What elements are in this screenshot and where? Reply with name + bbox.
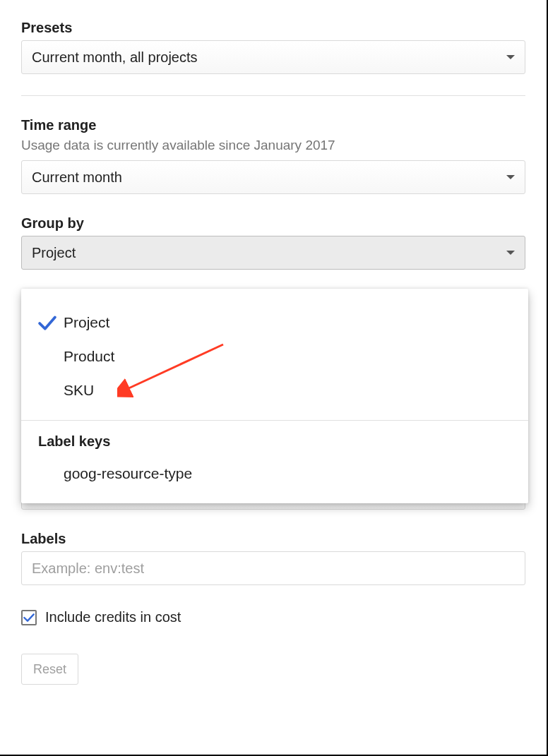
- labels-label: Labels: [21, 531, 525, 547]
- include-credits-label: Include credits in cost: [45, 609, 181, 625]
- include-credits-row[interactable]: Include credits in cost: [21, 609, 525, 625]
- group-by-dropdown: Project Product SKU Label keys goog-reso…: [21, 289, 528, 503]
- labels-input[interactable]: [21, 551, 525, 585]
- time-range-select-value: Current month: [32, 169, 122, 186]
- option-label: goog-resource-type: [64, 465, 192, 482]
- group-by-label-key-option[interactable]: goog-resource-type: [21, 457, 528, 491]
- option-label: Product: [64, 348, 114, 365]
- time-range-select[interactable]: Current month: [21, 160, 525, 194]
- group-by-option-project[interactable]: Project: [21, 306, 528, 340]
- group-by-option-sku[interactable]: SKU: [21, 373, 528, 407]
- divider: [21, 95, 525, 96]
- check-icon: [38, 315, 64, 330]
- check-icon: [23, 613, 35, 623]
- group-by-select[interactable]: Project: [21, 236, 525, 270]
- presets-label: Presets: [21, 20, 525, 36]
- time-range-subtext: Usage data is currently available since …: [21, 138, 525, 153]
- chevron-down-icon: [506, 251, 515, 255]
- group-by-select-value: Project: [32, 245, 76, 261]
- option-label: SKU: [64, 382, 94, 399]
- time-range-label: Time range: [21, 117, 525, 133]
- group-by-label: Group by: [21, 215, 525, 232]
- divider: [21, 420, 528, 421]
- include-credits-checkbox[interactable]: [21, 610, 37, 625]
- reset-button[interactable]: Reset: [21, 654, 78, 685]
- option-label: Project: [64, 314, 109, 331]
- chevron-down-icon: [506, 55, 515, 59]
- chevron-down-icon: [506, 175, 515, 179]
- group-by-option-product[interactable]: Product: [21, 340, 528, 373]
- presets-select-value: Current month, all projects: [32, 49, 198, 66]
- label-keys-heading: Label keys: [21, 433, 528, 450]
- presets-select[interactable]: Current month, all projects: [21, 40, 525, 74]
